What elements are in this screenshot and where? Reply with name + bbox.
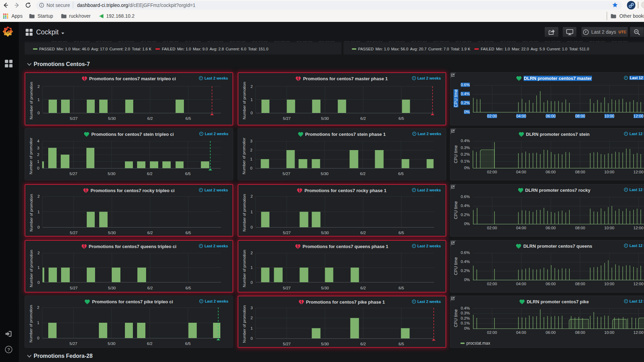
svg-text:Number of promotions: Number of promotions	[242, 80, 246, 120]
svg-text:0: 0	[250, 166, 252, 170]
svg-text:0: 0	[251, 280, 253, 285]
svg-text:5/30: 5/30	[321, 286, 329, 290]
svg-text:5/27: 5/27	[70, 116, 77, 121]
svg-text:?: ?	[7, 347, 10, 352]
svg-text:5/27: 5/27	[283, 231, 290, 235]
svg-text:1: 1	[37, 265, 40, 270]
svg-text:5/30: 5/30	[108, 342, 115, 346]
svg-text:Number of promotions: Number of promotions	[29, 248, 33, 287]
svg-text:5/27: 5/27	[69, 172, 77, 176]
svg-text:1: 1	[37, 159, 39, 164]
svg-text:6/2: 6/2	[147, 231, 153, 235]
svg-text:6/5: 6/5	[186, 116, 191, 121]
svg-text:Number of promotions: Number of promotions	[29, 303, 33, 343]
svg-text:1: 1	[251, 265, 253, 270]
svg-text:0: 0	[37, 225, 40, 229]
svg-text:Number of promotions: Number of promotions	[29, 80, 33, 120]
svg-text:0: 0	[251, 111, 253, 115]
svg-text:5/27: 5/27	[282, 172, 290, 176]
svg-text:6/2: 6/2	[147, 116, 153, 121]
svg-text:Number of promotions: Number of promotions	[242, 192, 246, 231]
svg-text:5/30: 5/30	[321, 116, 329, 121]
svg-text:6/2: 6/2	[360, 116, 366, 121]
svg-text:5/27: 5/27	[70, 231, 77, 235]
svg-text:1: 1	[251, 326, 253, 330]
svg-text:6/5: 6/5	[398, 172, 404, 176]
svg-text:5/30: 5/30	[321, 231, 329, 235]
svg-text:0: 0	[37, 280, 40, 285]
svg-text:0: 0	[251, 336, 253, 340]
svg-text:6/5: 6/5	[398, 116, 404, 121]
svg-text:5/30: 5/30	[321, 342, 329, 346]
svg-text:Number of promotions: Number of promotions	[242, 135, 246, 174]
svg-text:2: 2	[251, 84, 253, 89]
svg-text:2: 2	[37, 305, 39, 310]
svg-text:6/2: 6/2	[147, 172, 153, 176]
svg-text:2: 2	[37, 251, 40, 255]
svg-text:6/2: 6/2	[360, 172, 365, 176]
svg-text:6/2: 6/2	[360, 286, 366, 290]
svg-text:5/30: 5/30	[108, 172, 115, 176]
svg-text:5/30: 5/30	[108, 116, 116, 121]
svg-text:1: 1	[251, 210, 253, 214]
svg-text:5/30: 5/30	[108, 231, 116, 235]
svg-text:6/2: 6/2	[147, 286, 153, 290]
svg-text:0: 0	[37, 111, 40, 115]
svg-text:2: 2	[251, 316, 253, 320]
svg-text:0: 0	[37, 336, 39, 340]
svg-text:1: 1	[250, 157, 252, 161]
svg-text:6/5: 6/5	[186, 286, 191, 290]
svg-text:1: 1	[37, 210, 40, 214]
svg-text:0: 0	[37, 166, 39, 170]
svg-text:5/27: 5/27	[70, 286, 77, 290]
svg-text:Number of promotions: Number of promotions	[29, 192, 33, 231]
svg-text:2: 2	[251, 251, 253, 255]
svg-text:3: 3	[37, 146, 39, 150]
svg-text:Number of promotions: Number of promotions	[242, 303, 246, 343]
svg-text:3: 3	[251, 306, 253, 310]
svg-text:6/5: 6/5	[185, 172, 191, 176]
svg-text:Number of promotions: Number of promotions	[242, 248, 246, 287]
svg-text:5/27: 5/27	[283, 286, 290, 290]
svg-text:6/2: 6/2	[147, 342, 153, 346]
svg-text:2: 2	[37, 153, 39, 157]
svg-text:6/5: 6/5	[398, 231, 404, 235]
svg-text:6/2: 6/2	[360, 342, 366, 346]
svg-text:1: 1	[37, 321, 39, 325]
svg-text:2: 2	[37, 84, 40, 89]
svg-text:1: 1	[37, 98, 40, 102]
svg-text:5/27: 5/27	[69, 342, 77, 346]
svg-text:4: 4	[37, 139, 40, 143]
svg-text:2: 2	[250, 148, 252, 152]
svg-text:5/27: 5/27	[283, 116, 290, 121]
svg-text:6/5: 6/5	[398, 342, 404, 346]
svg-text:0: 0	[251, 225, 253, 229]
svg-text:6/5: 6/5	[398, 286, 404, 290]
svg-text:3: 3	[250, 139, 252, 143]
svg-text:6/5: 6/5	[186, 231, 191, 235]
svg-text:2: 2	[251, 194, 253, 198]
svg-text:1: 1	[251, 98, 253, 102]
svg-text:5/30: 5/30	[321, 172, 328, 176]
svg-text:6/5: 6/5	[185, 342, 191, 346]
svg-text:Number of promotions: Number of promotions	[29, 135, 33, 174]
svg-text:6/2: 6/2	[360, 231, 366, 235]
svg-text:5/27: 5/27	[283, 342, 290, 346]
svg-text:5/30: 5/30	[108, 286, 116, 290]
svg-text:2: 2	[37, 194, 40, 198]
